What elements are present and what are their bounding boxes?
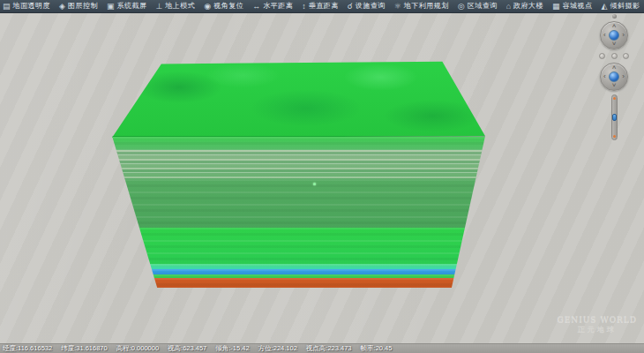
pick-point-marker — [313, 183, 316, 185]
stratum-mid-dull-green — [112, 179, 485, 228]
rotate-center-button[interactable] — [609, 71, 619, 82]
toolbar-item-label: 地下利用规划 — [404, 3, 449, 10]
status-field-1: 纬度:31.616870 — [61, 345, 108, 352]
pan-compass[interactable]: ˄ ˅ ‹ › — [600, 21, 628, 49]
brand-name-cn: 正元地球 — [558, 325, 637, 334]
toolbar-item-label: 地面透明度 — [13, 3, 51, 10]
stratum-banded-gray-green — [112, 150, 485, 178]
block-top-face[interactable] — [112, 60, 485, 138]
toolbar-item-horizontal-distance[interactable]: ↔水平距离 — [252, 3, 293, 11]
zoom-slider-handle[interactable] — [612, 114, 617, 121]
geological-block[interactable] — [112, 60, 485, 287]
nav-mini-button-3[interactable] — [623, 53, 629, 59]
toolbar-item-label: 地上模式 — [165, 3, 195, 10]
layer-control-icon: ◈ — [59, 3, 65, 11]
toolbar-item-facility-query[interactable]: ☌设施查询 — [348, 3, 386, 11]
system-screenshot-icon: ▣ — [107, 3, 115, 11]
toolbar-item-area-query[interactable]: ◎区域查询 — [458, 3, 498, 11]
pan-right-arrow-icon[interactable]: › — [622, 32, 625, 39]
stratum-orange-base — [112, 278, 485, 288]
rongcheng-viewpoint-icon: ▦ — [552, 3, 560, 11]
stratum-blue-band — [112, 269, 485, 275]
nav-mini-buttons — [599, 53, 629, 59]
toolbar-item-system-screenshot[interactable]: ▣系统截屏 — [107, 3, 147, 11]
toolbar-item-label: 视角复位 — [213, 3, 243, 10]
nav-mini-button-1[interactable] — [599, 53, 605, 59]
aboveground-mode-icon: ⊥ — [155, 3, 162, 11]
block-front-face[interactable] — [112, 136, 485, 288]
rotate-compass[interactable]: ˄ ˅ ‹ › — [600, 63, 628, 91]
toolbar-item-underground-planning[interactable]: ⚛地下利用规划 — [394, 3, 449, 11]
toolbar-item-government-building[interactable]: ⌂政府大楼 — [506, 3, 543, 11]
pan-center-button[interactable] — [609, 30, 619, 41]
status-field-4: 倾角:-15.42 — [215, 345, 249, 352]
status-field-5: 方位:224.102 — [258, 345, 297, 352]
toolbar-item-label: 图层控制 — [68, 3, 98, 10]
status-field-0: 经度:116.616532 — [3, 345, 52, 352]
toolbar-item-label: 政府大楼 — [513, 3, 543, 10]
brand-name-en: GENIUS WORLD — [558, 315, 637, 324]
navigation-widget: ˄ ˅ ‹ › ˄ ˅ ‹ › — [597, 14, 631, 140]
toolbar-item-label: 垂直距离 — [309, 3, 339, 10]
rotate-up-arrow-icon[interactable]: ˄ — [612, 64, 617, 71]
toolbar-item-rongcheng-viewpoint[interactable]: ▦容城视点 — [552, 3, 593, 11]
stratum-edge-green — [112, 137, 485, 150]
nav-knob[interactable] — [612, 14, 617, 19]
underground-planning-icon: ⚛ — [394, 3, 401, 11]
application-window: ▤地面透明度◈图层控制▣系统截屏⊥地上模式◉视角复位↔水平距离↕垂直距离☌设施查… — [0, 0, 644, 353]
toolbar-item-oblique-photography[interactable]: ◭倾斜摄影 — [602, 3, 640, 11]
toolbar: ▤地面透明度◈图层控制▣系统截屏⊥地上模式◉视角复位↔水平距离↕垂直距离☌设施查… — [0, 0, 644, 13]
government-building-icon: ⌂ — [506, 3, 511, 11]
stratum-bright-green — [112, 228, 485, 264]
toolbar-item-label: 区域查询 — [468, 3, 498, 10]
vertical-distance-icon: ↕ — [302, 3, 306, 11]
zoom-out-tick[interactable] — [613, 135, 616, 138]
view-reset-icon: ◉ — [204, 3, 211, 11]
zoom-in-tick[interactable] — [613, 97, 616, 100]
toolbar-item-layer-control[interactable]: ◈图层控制 — [59, 3, 98, 11]
pan-down-arrow-icon[interactable]: ˅ — [612, 41, 617, 48]
toolbar-item-aboveground-mode[interactable]: ⊥地上模式 — [155, 3, 195, 11]
viewport-3d[interactable]: ˄ ˅ ‹ › ˄ ˅ ‹ › — [0, 13, 644, 343]
horizontal-distance-icon: ↔ — [252, 3, 260, 11]
toolbar-item-label: 设施查询 — [356, 3, 386, 10]
oblique-photography-icon: ◭ — [602, 3, 608, 11]
rotate-right-arrow-icon[interactable]: › — [622, 73, 625, 80]
facility-query-icon: ☌ — [348, 3, 353, 11]
pan-up-arrow-icon[interactable]: ˄ — [612, 23, 617, 30]
rotate-left-arrow-icon[interactable]: ‹ — [603, 73, 606, 80]
toolbar-item-label: 系统截屏 — [116, 3, 146, 10]
area-query-icon: ◎ — [458, 3, 465, 11]
toolbar-item-label: 倾斜摄影 — [610, 3, 640, 10]
status-field-2: 高程:0.000000 — [116, 345, 159, 352]
rotate-down-arrow-icon[interactable]: ˅ — [612, 82, 617, 89]
toolbar-item-ground-transparency[interactable]: ▤地面透明度 — [3, 3, 50, 11]
brand-watermark: GENIUS WORLD 正元地球 — [558, 315, 637, 334]
ground-transparency-icon: ▤ — [3, 3, 11, 11]
nav-mini-button-2[interactable] — [611, 53, 618, 59]
toolbar-item-label: 容城视点 — [563, 3, 593, 10]
status-field-7: 帧率:20.45 — [361, 345, 393, 352]
toolbar-item-vertical-distance[interactable]: ↕垂直距离 — [302, 3, 339, 11]
toolbar-item-label: 水平距离 — [263, 3, 293, 10]
status-field-3: 视高:623.457 — [168, 345, 206, 352]
status-bar: 经度:116.616532纬度:31.616870高程:0.000000视高:6… — [0, 343, 644, 353]
pan-left-arrow-icon[interactable]: ‹ — [603, 32, 606, 39]
zoom-slider[interactable] — [611, 94, 618, 140]
toolbar-item-view-reset[interactable]: ◉视角复位 — [204, 3, 243, 11]
status-field-6: 视点高:223.473 — [306, 345, 352, 352]
